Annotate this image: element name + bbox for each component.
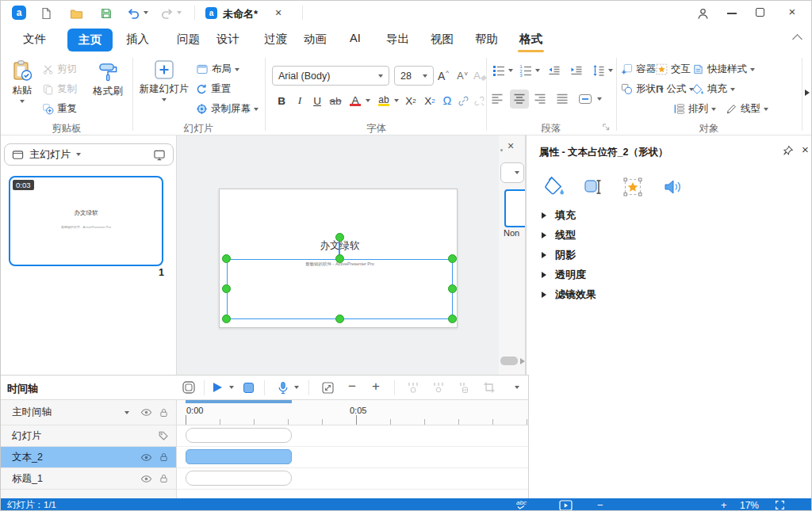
tab-fill-style[interactable] <box>544 175 565 196</box>
text-direction-dropdown[interactable] <box>597 97 602 101</box>
fill-dropdown[interactable] <box>730 88 735 91</box>
line-spacing-dropdown[interactable] <box>608 69 613 72</box>
minimize-button[interactable] <box>727 13 737 14</box>
section-shadow[interactable]: 阴影 <box>527 245 812 265</box>
timeline-track-text2[interactable] <box>177 447 528 468</box>
fit-window-button[interactable] <box>775 498 785 511</box>
tab-export[interactable]: 导出 <box>386 32 409 47</box>
doc-tab-close-icon[interactable]: × <box>275 6 282 19</box>
highlight-color-dropdown[interactable] <box>394 99 399 102</box>
tab-size-properties[interactable] <box>584 177 603 196</box>
highlight-color-button[interactable]: ab <box>375 91 393 110</box>
new-slide-dropdown[interactable] <box>162 98 167 101</box>
strikethrough-button[interactable]: ab <box>326 91 345 110</box>
section-opacity[interactable]: 透明度 <box>527 265 812 284</box>
track-bar-title1[interactable] <box>186 471 292 486</box>
eye-icon[interactable] <box>140 406 152 418</box>
tab-home[interactable]: 主页 <box>67 29 113 51</box>
layout-button[interactable]: 布局 <box>196 63 239 76</box>
properties-close-button[interactable]: × <box>802 143 809 156</box>
timeline-row-text2[interactable]: 文本_2 <box>1 447 177 468</box>
align-right-button[interactable] <box>534 93 546 105</box>
copy-button[interactable]: 复制 <box>42 82 77 96</box>
resize-handle-bottom-center[interactable] <box>335 315 344 323</box>
repeat-button[interactable]: 重复 <box>42 102 77 116</box>
link-button[interactable] <box>456 91 470 110</box>
tab-animation[interactable]: 动画 <box>304 32 327 47</box>
arrange-dropdown[interactable] <box>711 108 716 111</box>
slide-canvas[interactable]: 办文绿软 最畅销的软件 - ActivePresenter Pro <box>177 135 499 375</box>
line-style-dropdown[interactable] <box>764 108 768 111</box>
fill-button[interactable]: 填充 <box>692 82 735 96</box>
close-button[interactable]: × <box>784 5 800 18</box>
tab-transition[interactable]: 过渡 <box>264 32 287 47</box>
section-fill[interactable]: 填充 <box>527 205 812 225</box>
section-line[interactable]: 线型 <box>527 225 812 245</box>
fit-timeline-button[interactable] <box>321 381 335 395</box>
resize-handle-top-center[interactable] <box>335 254 344 263</box>
zoom-out-button[interactable]: − <box>597 498 603 511</box>
line-spacing-button[interactable] <box>592 64 605 77</box>
resize-handle-bottom-left[interactable] <box>222 315 231 323</box>
paste-button[interactable]: 粘贴 <box>6 59 39 103</box>
tab-audio[interactable] <box>663 178 682 196</box>
underline-button[interactable]: U <box>310 91 324 110</box>
cut-button[interactable]: 剪切 <box>42 63 77 76</box>
layout-dropdown[interactable] <box>235 68 239 71</box>
timeline-panel-toggle-button[interactable] <box>182 380 196 395</box>
horizontal-scrollbar-thumb[interactable] <box>500 357 518 365</box>
reset-button[interactable]: 重置 <box>196 82 231 96</box>
arrange-button[interactable]: 排列 <box>673 102 716 116</box>
insert-time-button[interactable] <box>407 381 419 394</box>
document-tab[interactable]: a 未命名* × <box>205 6 308 21</box>
align-left-button[interactable] <box>491 93 504 105</box>
resize-handle-top-right[interactable] <box>448 254 457 263</box>
timeline-row-slide[interactable]: 幻灯片 <box>1 425 177 447</box>
paste-dropdown[interactable] <box>20 100 25 103</box>
timeline-more-dropdown[interactable] <box>515 386 519 389</box>
master-slide-dropdown[interactable] <box>76 153 81 156</box>
scroll-right-icon[interactable] <box>520 358 525 364</box>
eye-icon[interactable] <box>140 452 152 463</box>
master-slide-selector[interactable]: 主幻灯片 <box>4 143 174 166</box>
crop-button[interactable] <box>483 381 496 394</box>
track-bar-text2[interactable] <box>186 449 292 464</box>
quick-style-dropdown[interactable] <box>750 68 755 71</box>
symbol-button[interactable]: Ω <box>440 91 454 110</box>
rotation-handle[interactable] <box>335 233 344 242</box>
spellcheck-button[interactable]: abc <box>516 498 527 511</box>
unlink-button[interactable] <box>472 91 486 110</box>
record-dropdown[interactable] <box>294 386 299 389</box>
delete-range-button[interactable] <box>458 381 470 394</box>
justify-button[interactable] <box>556 93 569 105</box>
record-screen-button[interactable]: 录制屏幕 <box>196 102 259 116</box>
selected-textbox[interactable]: 最畅销的软件 - ActivePresenter Pro <box>227 259 453 319</box>
master-timeline-dropdown[interactable] <box>124 411 129 414</box>
decrease-indent-button[interactable] <box>548 64 561 77</box>
lock-icon[interactable] <box>159 473 169 484</box>
font-size-select[interactable]: 28 <box>394 66 434 86</box>
bullet-list-button[interactable] <box>492 64 505 77</box>
bullet-list-dropdown[interactable] <box>508 69 513 72</box>
numbered-list-button[interactable]: 123 <box>519 64 532 77</box>
paragraph-dialog-launcher[interactable] <box>602 123 611 132</box>
tab-view[interactable]: 视图 <box>431 32 454 47</box>
tab-design[interactable]: 设计 <box>216 32 239 47</box>
zoom-in-timeline-button[interactable]: + <box>372 379 380 395</box>
mini-panel-close-button[interactable]: × <box>508 139 514 152</box>
tab-help[interactable]: 帮助 <box>475 32 498 47</box>
superscript-button[interactable]: X2 <box>402 91 419 110</box>
master-timeline-selector[interactable]: 主时间轴 <box>1 400 177 425</box>
subscript-button[interactable]: X2 <box>421 91 439 110</box>
stop-button[interactable] <box>243 383 254 393</box>
tab-question[interactable]: 问题 <box>177 32 200 47</box>
numbered-list-dropdown[interactable] <box>535 69 540 72</box>
timeline-track-title1[interactable] <box>177 468 528 490</box>
redo-button[interactable] <box>159 6 174 21</box>
pin-panel-button[interactable] <box>782 145 794 157</box>
font-color-button[interactable]: A <box>348 91 362 110</box>
font-family-select[interactable]: Arial (Body) <box>272 66 389 86</box>
record-narration-button[interactable] <box>277 381 289 395</box>
quick-style-button[interactable]: 快捷样式 <box>692 63 755 76</box>
play-dropdown[interactable] <box>229 386 234 389</box>
